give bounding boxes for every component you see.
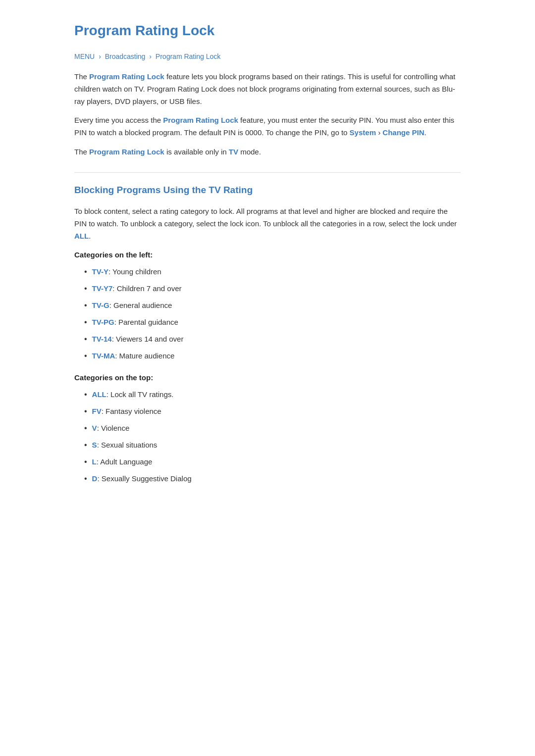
list-item: TV-Y7: Children 7 and over bbox=[84, 283, 461, 295]
category-desc-tvy: : Young children bbox=[108, 266, 161, 278]
intro-paragraph-2: Every time you access the Program Rating… bbox=[74, 114, 461, 139]
category-label-tvy: TV-Y bbox=[92, 266, 108, 278]
categories-top-heading: Categories on the top: bbox=[74, 372, 461, 384]
intro-paragraph-1: The Program Rating Lock feature lets you… bbox=[74, 71, 461, 107]
list-item: TV-14: Viewers 14 and over bbox=[84, 333, 461, 345]
breadcrumb-menu[interactable]: MENU bbox=[74, 52, 95, 60]
section-divider bbox=[74, 172, 461, 173]
list-item: TV-MA: Mature audience bbox=[84, 350, 461, 362]
category-desc-d: : Sexually Suggestive Dialog bbox=[97, 473, 191, 485]
link-change-pin[interactable]: Change PIN bbox=[382, 128, 424, 137]
category-desc-tvy7: : Children 7 and over bbox=[112, 283, 181, 295]
categories-top-list: ALL: Lock all TV ratings. FV: Fantasy vi… bbox=[74, 389, 461, 485]
category-desc-l: : Adult Language bbox=[97, 456, 153, 468]
link-tv[interactable]: TV bbox=[229, 148, 238, 156]
list-item: ALL: Lock all TV ratings. bbox=[84, 389, 461, 401]
category-desc-fv: : Fantasy violence bbox=[102, 405, 161, 417]
breadcrumb-separator-2: › bbox=[149, 52, 154, 60]
category-label-tvpg: TV-PG bbox=[92, 316, 114, 328]
category-label-all: ALL bbox=[92, 389, 107, 401]
category-desc-tvma: : Mature audience bbox=[115, 350, 174, 362]
category-label-tv14: TV-14 bbox=[92, 333, 112, 345]
list-item: TV-PG: Parental guidance bbox=[84, 316, 461, 328]
category-label-s: S bbox=[92, 439, 97, 451]
category-label-tvy7: TV-Y7 bbox=[92, 283, 113, 295]
category-desc-tv14: : Viewers 14 and over bbox=[112, 333, 184, 345]
link-all[interactable]: ALL bbox=[74, 232, 89, 240]
breadcrumb-program-rating-lock[interactable]: Program Rating Lock bbox=[156, 52, 221, 60]
link-program-rating-lock-2[interactable]: Program Rating Lock bbox=[163, 116, 238, 124]
category-label-d: D bbox=[92, 473, 98, 485]
breadcrumb-separator-1: › bbox=[99, 52, 103, 60]
link-program-rating-lock-3[interactable]: Program Rating Lock bbox=[89, 148, 164, 156]
list-item: TV-Y: Young children bbox=[84, 266, 461, 278]
breadcrumb-broadcasting[interactable]: Broadcasting bbox=[105, 52, 146, 60]
category-desc-all: : Lock all TV ratings. bbox=[107, 389, 174, 401]
page-title: Program Rating Lock bbox=[74, 20, 461, 42]
nav-separator: › bbox=[378, 128, 380, 137]
list-item: FV: Fantasy violence bbox=[84, 405, 461, 417]
category-label-l: L bbox=[92, 456, 97, 468]
page-container: Program Rating Lock MENU › Broadcasting … bbox=[45, 0, 490, 514]
section-title: Blocking Programs Using the TV Rating bbox=[74, 183, 461, 198]
category-desc-s: : Sexual situations bbox=[97, 439, 158, 451]
category-desc-v: : Violence bbox=[97, 422, 130, 434]
category-label-fv: FV bbox=[92, 405, 102, 417]
list-item: L: Adult Language bbox=[84, 456, 461, 468]
category-desc-tvg: : General audience bbox=[109, 300, 172, 311]
category-label-tvg: TV-G bbox=[92, 300, 109, 311]
link-program-rating-lock-1[interactable]: Program Rating Lock bbox=[89, 72, 164, 81]
category-label-tvma: TV-MA bbox=[92, 350, 115, 362]
categories-left-heading: Categories on the left: bbox=[74, 249, 461, 261]
category-desc-tvpg: : Parental guidance bbox=[114, 316, 178, 328]
list-item: TV-G: General audience bbox=[84, 300, 461, 311]
section-intro-paragraph: To block content, select a rating catego… bbox=[74, 205, 461, 242]
category-label-v: V bbox=[92, 422, 97, 434]
list-item: D: Sexually Suggestive Dialog bbox=[84, 473, 461, 485]
link-system[interactable]: System bbox=[350, 128, 376, 137]
list-item: S: Sexual situations bbox=[84, 439, 461, 451]
intro-paragraph-3: The Program Rating Lock is available onl… bbox=[74, 146, 461, 158]
list-item: V: Violence bbox=[84, 422, 461, 434]
breadcrumb: MENU › Broadcasting › Program Rating Loc… bbox=[74, 51, 461, 62]
categories-left-list: TV-Y: Young children TV-Y7: Children 7 a… bbox=[74, 266, 461, 362]
